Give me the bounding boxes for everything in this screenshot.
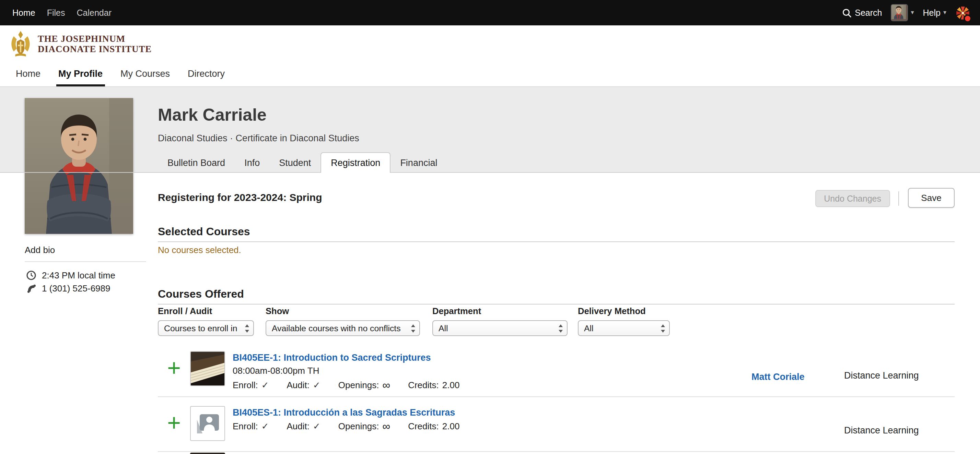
undo-changes-button[interactable]: Undo Changes: [815, 190, 890, 207]
course-meta: Enroll: ✓ Audit: ✓ Openings: ∞ Credits: [233, 378, 751, 393]
infinity-icon: ∞: [382, 421, 390, 432]
check-icon: ✓: [313, 378, 320, 393]
courses-offered-heading: Courses Offered: [158, 288, 244, 300]
course-link[interactable]: BI405ES-1: Introducción a las Sagradas E…: [233, 407, 455, 419]
filter-label: Delivery Method: [578, 306, 670, 316]
credits-value: 2.00: [442, 378, 460, 393]
chevron-down-icon: ▾: [911, 10, 914, 16]
topbar-files-link[interactable]: Files: [47, 8, 65, 17]
add-bio-link[interactable]: Add bio: [25, 245, 146, 262]
enroll-flag: Enroll: ✓: [233, 378, 269, 393]
tab-student[interactable]: Student: [269, 154, 320, 173]
select-value: Courses to enroll in: [164, 323, 237, 333]
enroll-flag: Enroll: ✓: [233, 419, 269, 434]
phone-number: 1 (301) 525-6989: [42, 283, 110, 294]
profile-photo[interactable]: [25, 98, 133, 234]
tab-financial[interactable]: Financial: [390, 154, 447, 173]
save-button[interactable]: Save: [908, 188, 955, 208]
next-course-thumbnail-peek: [190, 452, 225, 454]
plus-icon: +: [167, 356, 181, 379]
no-courses-message: No courses selected.: [158, 245, 241, 255]
select-value: All: [439, 323, 448, 333]
plus-icon: +: [167, 410, 181, 434]
check-icon: ✓: [261, 378, 269, 393]
school-name-line1: THE JOSEPHINUM: [38, 33, 152, 44]
button-divider: [898, 191, 899, 206]
credits: Credits: 2.00: [408, 378, 460, 393]
tab-info[interactable]: Info: [235, 154, 269, 173]
select-arrows-icon: [558, 324, 563, 332]
filter-department: Department All: [432, 306, 568, 336]
main-nav: Home My Profile My Courses Directory: [0, 62, 980, 87]
selected-courses-heading: Selected Courses: [158, 225, 250, 238]
openings: Openings: ∞: [338, 419, 390, 434]
tab-bulletin-board[interactable]: Bulletin Board: [158, 154, 235, 173]
search-button[interactable]: Search: [842, 8, 882, 17]
phone-row: 1 (301) 525-6989: [26, 283, 110, 294]
notification-dot: [964, 14, 972, 22]
filter-enroll-audit: Enroll / Audit Courses to enroll in: [158, 306, 254, 336]
enroll-label: Enroll:: [233, 378, 258, 393]
tab-registration[interactable]: Registration: [320, 152, 390, 173]
check-icon: ✓: [261, 419, 269, 434]
school-name[interactable]: THE JOSEPHINUM DIACONATE INSTITUTE: [38, 33, 152, 54]
course-row-partial: [158, 452, 955, 454]
registration-panel: Registering for 2023-2024: Spring Undo C…: [158, 173, 955, 454]
course-list: + BI405EE-1: Introduction to Sacred Scr: [158, 342, 955, 454]
topbar-menu: Home Files Calendar: [12, 8, 111, 17]
infinity-icon: ∞: [382, 380, 390, 391]
notifications-button[interactable]: [955, 5, 970, 20]
audit-label: Audit:: [287, 378, 310, 393]
nav-item-home[interactable]: Home: [14, 62, 43, 86]
nav-item-my-profile[interactable]: My Profile: [56, 62, 105, 86]
delivery-method: Distance Learning: [844, 351, 955, 381]
local-time-row: 2:43 PM local time: [26, 270, 115, 281]
profile-tabs: Bulletin Board Info Student Registration…: [158, 153, 447, 173]
topbar-home-link[interactable]: Home: [12, 8, 35, 17]
top-bar: Home Files Calendar Search ▾ Help ▾: [0, 0, 980, 25]
check-icon: ✓: [313, 419, 320, 434]
nav-item-directory[interactable]: Directory: [186, 62, 227, 86]
school-name-line2: DIACONATE INSTITUTE: [38, 44, 152, 54]
book-image: [191, 352, 224, 386]
topbar-calendar-link[interactable]: Calendar: [77, 8, 111, 17]
help-menu[interactable]: Help ▾: [923, 8, 947, 17]
add-course-button[interactable]: +: [158, 406, 190, 441]
delivery-method: Distance Learning: [844, 406, 955, 435]
user-menu[interactable]: ▾: [891, 4, 914, 21]
delivery-method-select[interactable]: All: [578, 320, 670, 336]
filter-label: Enroll / Audit: [158, 306, 254, 316]
add-course-button[interactable]: +: [158, 351, 190, 386]
select-arrows-icon: [245, 324, 250, 332]
filter-label: Department: [432, 306, 568, 316]
course-thumbnail[interactable]: [190, 351, 225, 386]
instructor-column: Matt Coriale: [751, 351, 844, 383]
course-thumbnail[interactable]: [190, 406, 225, 441]
course-link[interactable]: BI405EE-1: Introduction to Sacred Script…: [233, 352, 431, 364]
help-label: Help: [923, 8, 940, 17]
search-label: Search: [855, 8, 882, 17]
app-window: Home Files Calendar Search ▾ Help ▾: [0, 0, 980, 454]
filter-label: Show: [266, 306, 420, 316]
profile-subtitle: Diaconal Studies · Certificate in Diacon…: [158, 133, 359, 143]
enroll-audit-select[interactable]: Courses to enroll in: [158, 320, 254, 336]
select-arrows-icon: [661, 324, 666, 332]
avatar[interactable]: [891, 4, 908, 21]
course-info: BI405ES-1: Introducción a las Sagradas E…: [233, 406, 751, 434]
course-meta: Enroll: ✓ Audit: ✓ Openings: ∞ Credits: [233, 419, 751, 434]
brand-bar: THE JOSEPHINUM DIACONATE INSTITUTE: [0, 25, 980, 62]
school-crest-logo: [9, 30, 32, 58]
registration-heading: Registering for 2023-2024: Spring: [158, 191, 322, 203]
openings-label: Openings:: [338, 419, 379, 434]
department-select[interactable]: All: [432, 320, 568, 336]
show-select[interactable]: Available courses with no conflicts: [266, 320, 420, 336]
page-title: Mark Carriale: [158, 105, 267, 125]
select-value: Available courses with no conflicts: [272, 323, 401, 333]
course-row: + BI405EE-1: Introduction to Sacred Scr: [158, 342, 955, 397]
credits: Credits: 2.00: [408, 419, 460, 434]
course-schedule: 08:00am-08:00pm TH: [233, 364, 751, 378]
instructor-link[interactable]: Matt Coriale: [751, 372, 805, 382]
nav-item-my-courses[interactable]: My Courses: [118, 62, 172, 86]
credits-label: Credits:: [408, 378, 439, 393]
select-arrows-icon: [411, 324, 416, 332]
